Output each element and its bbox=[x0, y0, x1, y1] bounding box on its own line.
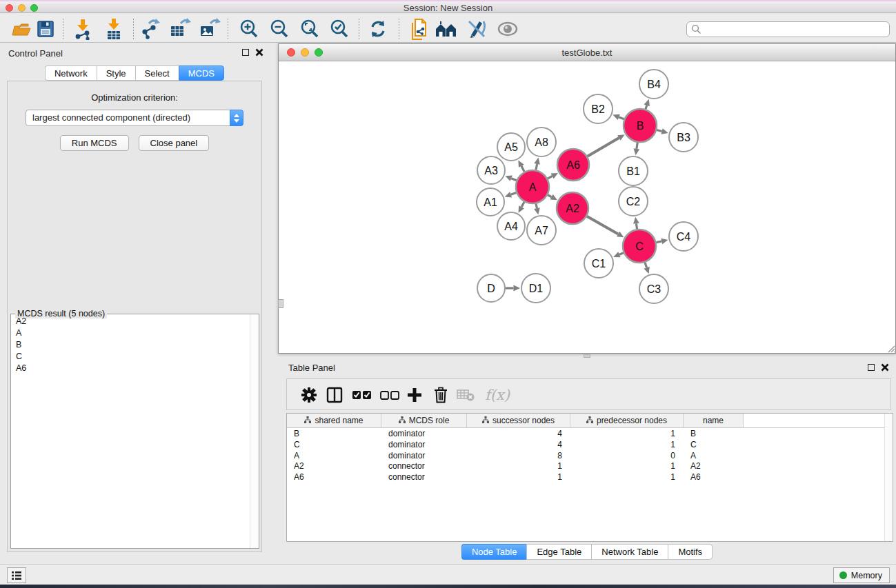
network-canvas[interactable]: B4B2BB3A8A5A6A3B1AC2A1A2A4A7C4CC1C3DD1 bbox=[279, 61, 895, 353]
window-grip[interactable] bbox=[278, 299, 283, 308]
mcds-result-item[interactable]: C bbox=[12, 351, 249, 363]
annotation-toggle-icon[interactable] bbox=[465, 17, 488, 41]
save-session-icon[interactable] bbox=[34, 17, 57, 41]
eye-icon[interactable] bbox=[496, 17, 519, 41]
memory-button[interactable]: Memory bbox=[833, 567, 890, 583]
cell-MCDS-role[interactable]: connector bbox=[381, 460, 467, 472]
delete-columns-icon[interactable] bbox=[430, 384, 452, 406]
cell-MCDS-role[interactable]: dominator bbox=[381, 428, 467, 439]
table-tab-motifs[interactable]: Motifs bbox=[668, 544, 713, 560]
edge-A-A7[interactable] bbox=[536, 203, 537, 208]
mcds-result-item[interactable]: A6 bbox=[12, 363, 249, 374]
cell-name[interactable]: A bbox=[684, 450, 744, 461]
cell-shared-name[interactable]: C bbox=[287, 439, 381, 450]
zoom-in-icon[interactable] bbox=[237, 17, 261, 41]
table-tab-network-table[interactable]: Network Table bbox=[591, 544, 668, 560]
edge-A-A8[interactable] bbox=[536, 164, 537, 170]
edge-B-B2[interactable] bbox=[619, 117, 624, 119]
search-field[interactable] bbox=[686, 21, 890, 37]
mcds-result-item[interactable]: A2 bbox=[12, 316, 249, 327]
import-table-icon[interactable] bbox=[102, 17, 126, 41]
cell-name[interactable]: A6 bbox=[684, 472, 744, 483]
cell-name[interactable]: A2 bbox=[684, 460, 744, 472]
tab-network[interactable]: Network bbox=[45, 65, 97, 81]
close-panel-icon[interactable] bbox=[255, 48, 263, 57]
table-scrollbar[interactable] bbox=[884, 414, 893, 541]
delete-table-icon[interactable] bbox=[455, 384, 477, 406]
cell-shared-name[interactable]: B bbox=[287, 428, 381, 439]
edge-A6-B[interactable] bbox=[588, 138, 619, 156]
edge-B-B1[interactable] bbox=[637, 143, 637, 149]
export-table-icon[interactable] bbox=[168, 17, 192, 41]
function-builder-button[interactable]: f(x) bbox=[481, 384, 514, 406]
cell-MCDS-role[interactable]: dominator bbox=[381, 450, 467, 461]
show-columns-icon[interactable] bbox=[323, 384, 346, 406]
cell-shared-name[interactable]: A6 bbox=[287, 472, 381, 483]
table-row[interactable]: Bdominator41B bbox=[287, 428, 893, 439]
tab-select[interactable]: Select bbox=[135, 65, 179, 81]
zoom-fit-icon[interactable] bbox=[298, 17, 321, 41]
tab-mcds[interactable]: MCDS bbox=[179, 65, 224, 81]
zoom-out-icon[interactable] bbox=[268, 17, 291, 41]
unselect-all-icon[interactable] bbox=[379, 384, 401, 406]
float-table-panel-icon[interactable] bbox=[868, 364, 875, 371]
table-mode-gear-icon[interactable] bbox=[298, 384, 320, 406]
clone-network-icon[interactable] bbox=[407, 17, 430, 41]
cell-predecessor-nodes[interactable]: 0 bbox=[570, 450, 684, 461]
edge-A-A2[interactable] bbox=[548, 195, 552, 197]
edge-C-C2[interactable] bbox=[636, 223, 637, 229]
edge-C-C4[interactable] bbox=[656, 241, 661, 243]
cell-predecessor-nodes[interactable]: 1 bbox=[570, 472, 684, 483]
add-column-icon[interactable] bbox=[404, 384, 426, 406]
mcds-result-item[interactable]: A bbox=[12, 327, 249, 339]
table-row[interactable]: Adominator80A bbox=[287, 450, 893, 461]
open-session-icon[interactable] bbox=[9, 17, 32, 41]
table-tab-node-table[interactable]: Node Table bbox=[461, 544, 527, 560]
resize-handle-icon[interactable] bbox=[886, 343, 895, 353]
edge-B-B4[interactable] bbox=[646, 105, 647, 109]
column-header-name[interactable]: name bbox=[684, 414, 744, 427]
cell-name[interactable]: B bbox=[684, 428, 744, 439]
cell-predecessor-nodes[interactable]: 1 bbox=[570, 439, 684, 450]
task-history-button[interactable] bbox=[7, 567, 26, 583]
cell-successor-nodes[interactable]: 1 bbox=[467, 460, 570, 472]
mcds-result-item[interactable]: B bbox=[12, 339, 249, 351]
cell-predecessor-nodes[interactable]: 1 bbox=[570, 460, 684, 472]
column-header-shared-name[interactable]: shared name bbox=[287, 414, 381, 427]
zoom-selected-icon[interactable] bbox=[328, 17, 351, 41]
close-table-panel-icon[interactable] bbox=[881, 363, 889, 372]
cell-MCDS-role[interactable]: dominator bbox=[381, 439, 467, 450]
cell-successor-nodes[interactable]: 8 bbox=[467, 450, 570, 461]
column-header-predecessor-nodes[interactable]: predecessor nodes bbox=[570, 414, 684, 427]
close-panel-button[interactable]: Close panel bbox=[139, 135, 210, 151]
cell-MCDS-role[interactable]: connector bbox=[381, 472, 467, 483]
cell-predecessor-nodes[interactable]: 1 bbox=[570, 428, 684, 439]
select-all-icon[interactable] bbox=[351, 384, 373, 406]
cell-name[interactable]: C bbox=[684, 439, 744, 450]
refresh-layout-icon[interactable] bbox=[366, 17, 390, 41]
tab-style[interactable]: Style bbox=[97, 65, 135, 81]
edge-A-A1[interactable] bbox=[511, 192, 517, 194]
column-header-MCDS-role[interactable]: MCDS role bbox=[381, 414, 467, 427]
float-panel-icon[interactable] bbox=[242, 49, 249, 56]
table-row[interactable]: A6connector11A6 bbox=[287, 472, 893, 483]
edge-A-A3[interactable] bbox=[511, 179, 517, 181]
node-table[interactable]: shared nameMCDS rolesuccessor nodesprede… bbox=[286, 413, 893, 542]
table-row[interactable]: Cdominator41C bbox=[287, 439, 893, 450]
ndex-home-icon[interactable] bbox=[435, 17, 458, 41]
network-window-titlebar[interactable]: testGlobe.txt bbox=[279, 44, 895, 61]
run-mcds-button[interactable]: Run MCDS bbox=[60, 135, 129, 151]
edge-A-A6[interactable] bbox=[548, 176, 552, 179]
import-network-icon[interactable] bbox=[71, 17, 94, 41]
edge-A2-C[interactable] bbox=[587, 216, 618, 234]
edge-A-A4[interactable] bbox=[521, 202, 524, 207]
edge-B-B3[interactable] bbox=[657, 130, 661, 132]
edge-C-C1[interactable] bbox=[619, 253, 624, 255]
edge-C-C3[interactable] bbox=[645, 263, 647, 268]
cell-shared-name[interactable]: A2 bbox=[287, 460, 381, 472]
table-row[interactable]: A2connector11A2 bbox=[287, 460, 893, 472]
criterion-select[interactable]: largest connected component (directed) bbox=[26, 110, 243, 126]
cell-successor-nodes[interactable]: 4 bbox=[467, 428, 570, 439]
cell-shared-name[interactable]: A bbox=[287, 450, 381, 461]
table-tab-edge-table[interactable]: Edge Table bbox=[526, 544, 591, 560]
